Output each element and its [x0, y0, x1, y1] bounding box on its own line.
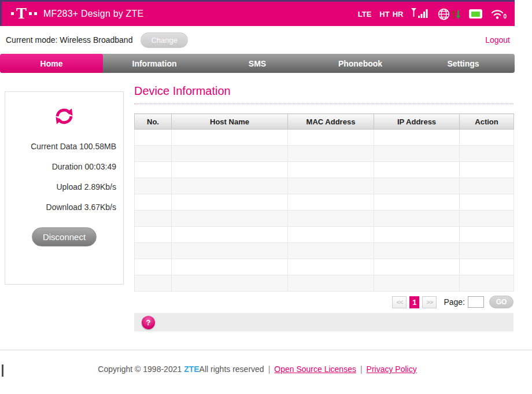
stat-label: Upload	[56, 182, 82, 192]
tab-sms[interactable]: SMS	[206, 54, 309, 73]
table-cell	[374, 178, 460, 194]
logout-link[interactable]: Logout	[485, 35, 510, 45]
table-cell	[374, 130, 460, 146]
refresh-icon[interactable]	[52, 105, 76, 128]
wifi-status-icon: 0	[490, 8, 507, 20]
table-cell	[288, 146, 374, 162]
column-header-host-name: Host Name	[172, 114, 288, 130]
content-area: Device Information No. Host Name MAC Add…	[134, 73, 513, 332]
table-row	[135, 162, 514, 178]
stat-label: Current Data	[31, 142, 77, 151]
tab-settings[interactable]: Settings	[412, 54, 515, 73]
open-source-licenses-link[interactable]: Open Source Licenses	[274, 364, 356, 374]
page-number-input[interactable]	[468, 296, 484, 308]
table-cell	[288, 194, 374, 211]
table-cell	[374, 146, 460, 162]
main-nav: Home Information SMS Phonebook Settings	[0, 54, 515, 73]
table-cell	[172, 275, 288, 292]
traffic-arrows-icon	[451, 9, 461, 20]
connection-status-panel: Current Data 100.58MB Duration 00:03:49 …	[5, 91, 124, 285]
table-cell	[172, 194, 288, 211]
table-cell	[460, 162, 514, 178]
telekom-t-icon: T	[16, 6, 27, 20]
logo-dot-icon	[34, 12, 37, 15]
tab-phonebook[interactable]: Phonebook	[309, 54, 412, 73]
mode-bar: Current mode: Wireless Broadband Change …	[0, 26, 515, 54]
table-cell	[135, 178, 172, 194]
next-page-button[interactable]: >>	[422, 296, 437, 308]
table-cell	[460, 146, 514, 162]
logo-dot-icon	[29, 12, 32, 15]
ht-hr-indicator: HT HR	[379, 10, 403, 19]
table-cell	[374, 162, 460, 178]
table-cell	[374, 227, 460, 243]
table-cell	[288, 275, 374, 292]
table-cell	[374, 275, 460, 292]
footer-separator: |	[268, 364, 271, 374]
current-mode-label: Current mode: Wireless Broadband	[6, 35, 132, 45]
go-button[interactable]: GO	[489, 296, 513, 308]
table-cell	[135, 146, 172, 162]
table-cell	[374, 243, 460, 259]
table-header-row: No. Host Name MAC Address IP Address Act…	[135, 114, 514, 130]
sim-card-icon	[469, 9, 482, 19]
connection-stats: Current Data 100.58MB Duration 00:03:49 …	[5, 142, 123, 212]
pagination: << 1 >> Page: GO	[134, 296, 513, 308]
table-cell	[172, 178, 288, 194]
table-cell	[288, 162, 374, 178]
table-cell	[172, 211, 288, 227]
router-admin-page: T MF283+ Design by ZTE LTE HT HR	[0, 0, 515, 332]
wifi-client-count: 0	[503, 13, 507, 20]
table-cell	[374, 194, 460, 211]
table-cell	[172, 146, 288, 162]
help-icon[interactable]: ?	[142, 316, 155, 329]
table-cell	[460, 275, 514, 292]
sim-chip	[471, 12, 480, 17]
table-cell	[172, 227, 288, 243]
top-bar: T MF283+ Design by ZTE LTE HT HR	[0, 0, 515, 26]
table-row	[135, 146, 514, 162]
footer-separator: |	[360, 364, 363, 374]
table-row	[135, 243, 514, 259]
copyright-text: Copyright © 1998-2021	[98, 364, 184, 374]
tab-information[interactable]: Information	[103, 54, 206, 73]
help-bar: ?	[134, 313, 513, 332]
tab-home[interactable]: Home	[0, 54, 103, 73]
table-cell	[135, 162, 172, 178]
rights-text: All rights reserved	[200, 364, 264, 374]
table-cell	[288, 211, 374, 227]
device-table-body	[135, 130, 514, 292]
table-cell	[460, 130, 514, 146]
table-cell	[460, 227, 514, 243]
column-header-ip-address: IP Address	[374, 114, 460, 130]
table-cell	[135, 227, 172, 243]
footer-divider	[0, 349, 532, 351]
stat-current-data: Current Data 100.58MB	[5, 142, 123, 151]
column-header-action: Action	[460, 114, 514, 130]
disconnect-button[interactable]: Disconnect	[32, 227, 97, 246]
table-cell	[288, 130, 374, 146]
table-cell	[135, 211, 172, 227]
table-cell	[135, 130, 172, 146]
current-page-button[interactable]: 1	[409, 296, 419, 308]
prev-page-button[interactable]: <<	[392, 296, 407, 308]
table-row	[135, 227, 514, 243]
stat-value: 100.58MB	[79, 142, 116, 151]
table-cell	[135, 194, 172, 211]
ht-indicator: HT	[379, 10, 389, 19]
stat-value: 3.67Kb/s	[84, 202, 116, 212]
table-row	[135, 194, 514, 211]
table-cell	[288, 243, 374, 259]
table-row	[135, 178, 514, 194]
table-cell	[288, 259, 374, 275]
t-mobile-logo: T	[10, 6, 38, 21]
privacy-policy-link[interactable]: Privacy Policy	[367, 364, 417, 374]
device-title: MF283+ Design by ZTE	[43, 9, 143, 19]
device-table: No. Host Name MAC Address IP Address Act…	[134, 113, 514, 292]
table-cell	[135, 275, 172, 292]
table-cell	[460, 243, 514, 259]
stat-value: 2.89Kb/s	[84, 182, 116, 192]
column-header-no: No.	[135, 114, 172, 130]
page-label: Page:	[444, 297, 465, 307]
change-mode-button[interactable]: Change	[141, 32, 188, 48]
